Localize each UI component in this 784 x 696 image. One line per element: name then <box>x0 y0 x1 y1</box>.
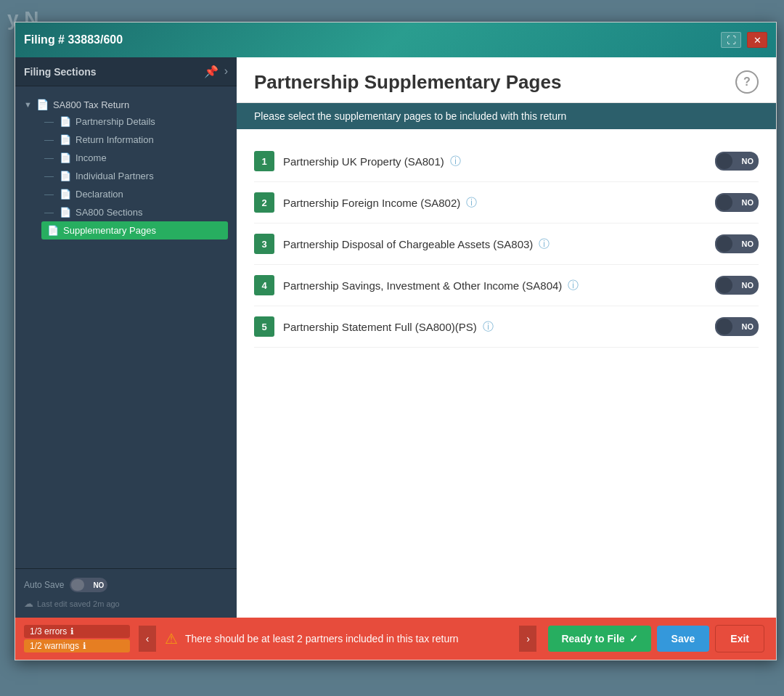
exit-button[interactable]: Exit <box>715 625 764 652</box>
info-icon-3[interactable]: ⓘ <box>539 237 550 251</box>
autosave-toggle[interactable]: NO <box>70 578 107 592</box>
item-label-1: Partnership UK Property (SA801) ⓘ <box>283 155 715 168</box>
errors-info-icon: ℹ <box>70 626 74 636</box>
page-icon: 📄 <box>60 189 71 200</box>
last-edit-label: Last edit saved 2m ago <box>37 599 120 608</box>
last-edit-row: ☁ Last edit saved 2m ago <box>24 598 228 609</box>
error-message-area: ⚠ There should be at least 2 partners in… <box>156 630 519 647</box>
sidebar-item-individual-partners[interactable]: — 📄 Individual Partners <box>41 167 228 185</box>
item-number-5: 5 <box>254 316 274 337</box>
toggle-2[interactable]: NO <box>715 193 759 212</box>
item-number-3: 3 <box>254 234 274 254</box>
info-icon-5[interactable]: ⓘ <box>483 320 494 334</box>
page-icon: 📄 <box>60 116 71 127</box>
sidebar-item-return-information[interactable]: — 📄 Return Information <box>41 131 228 149</box>
tree-children: — 📄 Partnership Details — 📄 Return Infor… <box>41 112 228 239</box>
tree-root: ▼ 📄 SA800 Tax Return — 📄 Partnership Det… <box>15 94 237 242</box>
sidebar-item-label: Partnership Details <box>75 116 155 127</box>
pin-icon[interactable]: 📌 <box>204 65 219 78</box>
warnings-info-icon: ℹ <box>83 641 86 651</box>
sidebar-item-label: Individual Partners <box>75 171 154 181</box>
toggle-5[interactable]: NO <box>715 317 759 336</box>
item-label-5: Partnership Statement Full (SA800)(PS) ⓘ <box>283 320 715 334</box>
toggle-4[interactable]: NO <box>715 276 759 295</box>
bottom-bar: 1/3 errors ℹ 1/2 warnings ℹ ‹ ⚠ There sh… <box>15 618 776 660</box>
info-icon-2[interactable]: ⓘ <box>466 196 477 210</box>
ready-to-file-label: Ready to File <box>561 633 624 644</box>
sidebar-item-label: Supplementary Pages <box>63 225 156 236</box>
sidebar-header-icons: 📌 › <box>204 65 228 78</box>
main-content: Filing Sections 📌 › ▼ 📄 SA800 Tax Return <box>15 57 776 618</box>
error-message-text: There should be at least 2 partners incl… <box>185 633 459 644</box>
item-number-4: 4 <box>254 275 274 295</box>
sidebar-title: Filing Sections <box>24 66 97 78</box>
toggle-knob-3 <box>716 236 732 252</box>
toggle-label-4: NO <box>742 281 754 290</box>
page-icon: 📄 <box>60 152 71 163</box>
page-icon: 📄 <box>60 134 71 145</box>
error-section: 1/3 errors ℹ 1/2 warnings ℹ <box>15 621 139 657</box>
warning-triangle-icon: ⚠ <box>165 630 178 647</box>
tree-navigation: ▼ 📄 SA800 Tax Return — 📄 Partnership Det… <box>15 86 237 568</box>
item-number-2: 2 <box>254 192 274 213</box>
prev-arrow-button[interactable]: ‹ <box>139 626 156 652</box>
help-button[interactable]: ? <box>735 70 759 94</box>
cloud-icon: ☁ <box>24 598 33 609</box>
document-icon: 📄 <box>36 99 49 110</box>
info-icon-4[interactable]: ⓘ <box>568 279 579 292</box>
toggle-1[interactable]: NO <box>715 152 759 171</box>
sidebar-item-supplementary-pages[interactable]: 📄 Supplementary Pages <box>41 221 228 239</box>
toggle-knob-1 <box>716 153 732 169</box>
sidebar-item-income[interactable]: — 📄 Income <box>41 149 228 167</box>
sa800-root-item[interactable]: ▼ 📄 SA800 Tax Return <box>24 97 228 112</box>
toggle-knob-2 <box>716 195 732 210</box>
action-buttons: Ready to File ✓ Save Exit <box>536 625 776 652</box>
page-icon: 📄 <box>60 171 71 181</box>
page-header: Partnership Supplementary Pages ? <box>237 57 776 103</box>
modal-window: Filing # 33883/600 ⛶ ✕ Filing Sections 📌… <box>15 22 777 660</box>
sidebar-item-sa800-sections[interactable]: — 📄 SA800 Sections <box>41 203 228 221</box>
autosave-row: Auto Save NO <box>24 578 228 592</box>
toggle-label-2: NO <box>742 198 754 207</box>
supp-item-4: 4 Partnership Savings, Investment & Othe… <box>254 265 759 306</box>
sidebar-item-declaration[interactable]: — 📄 Declaration <box>41 185 228 203</box>
save-button[interactable]: Save <box>657 626 710 652</box>
expand-icon[interactable]: › <box>224 65 228 78</box>
sa800-label: SA800 Tax Return <box>53 99 129 110</box>
supp-item-2: 2 Partnership Foreign Income (SA802) ⓘ N… <box>254 182 759 224</box>
page-icon: 📄 <box>47 225 59 236</box>
toggle-label-1: NO <box>742 157 754 165</box>
item-label-2: Partnership Foreign Income (SA802) ⓘ <box>283 196 715 210</box>
toggle-knob <box>71 579 84 591</box>
supplementary-items-list: 1 Partnership UK Property (SA801) ⓘ NO 2… <box>237 129 776 618</box>
maximize-button[interactable]: ⛶ <box>721 32 741 48</box>
instruction-text: Please select the supplementary pages to… <box>254 110 566 122</box>
sidebar-item-label: Return Information <box>75 134 154 145</box>
sidebar-item-label: SA800 Sections <box>75 207 143 218</box>
autosave-label: Auto Save <box>24 580 64 590</box>
page-title: Partnership Supplementary Pages <box>254 71 561 94</box>
sidebar-item-partnership-details[interactable]: — 📄 Partnership Details <box>41 112 228 131</box>
toggle-label-5: NO <box>742 322 754 331</box>
item-label-4: Partnership Savings, Investment & Other … <box>283 279 715 292</box>
toggle-label-3: NO <box>742 239 754 248</box>
window-controls: ⛶ ✕ <box>721 32 767 48</box>
supp-item-5: 5 Partnership Statement Full (SA800)(PS)… <box>254 306 759 348</box>
errors-badge[interactable]: 1/3 errors ℹ <box>24 625 130 638</box>
supp-item-1: 1 Partnership UK Property (SA801) ⓘ NO <box>254 141 759 182</box>
next-arrow-button[interactable]: › <box>519 626 536 652</box>
toggle-3[interactable]: NO <box>715 234 759 253</box>
title-bar: Filing # 33883/600 ⛶ ✕ <box>15 22 776 57</box>
expand-arrow-icon: ▼ <box>24 100 32 109</box>
item-number-1: 1 <box>254 151 274 171</box>
supp-item-3: 3 Partnership Disposal of Chargeable Ass… <box>254 224 759 265</box>
ready-to-file-button[interactable]: Ready to File ✓ <box>548 626 650 652</box>
errors-label: 1/3 errors <box>30 626 67 636</box>
check-icon: ✓ <box>629 633 638 644</box>
sidebar-header: Filing Sections 📌 › <box>15 57 237 86</box>
warnings-badge[interactable]: 1/2 warnings ℹ <box>24 639 130 652</box>
info-icon-1[interactable]: ⓘ <box>450 155 461 168</box>
close-button[interactable]: ✕ <box>747 32 767 48</box>
page-icon: 📄 <box>60 207 71 218</box>
toggle-knob-5 <box>716 319 732 335</box>
